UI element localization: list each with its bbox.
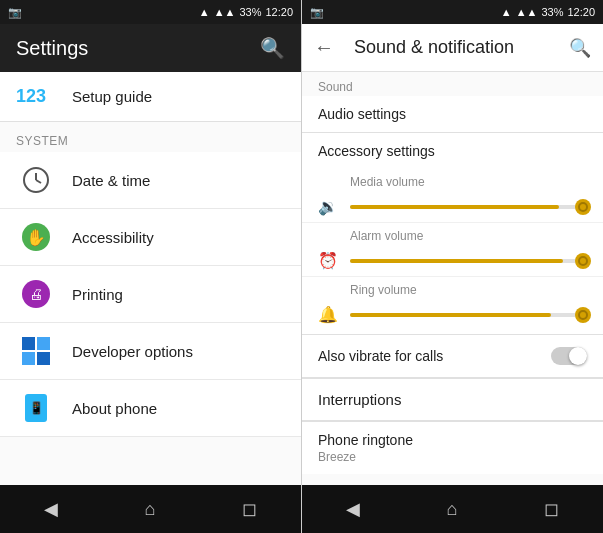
accessibility-label: Accessibility bbox=[72, 229, 154, 246]
left-status-icons: 📷 bbox=[8, 6, 22, 19]
menu-item-accessibility[interactable]: ✋ Accessibility bbox=[0, 209, 301, 266]
setup-guide-item[interactable]: 123 Setup guide bbox=[0, 72, 301, 122]
back-button[interactable]: ← bbox=[314, 36, 334, 59]
battery-text: 33% bbox=[239, 6, 261, 18]
ring-volume-icon: 🔔 bbox=[318, 305, 342, 324]
alarm-volume-slider[interactable] bbox=[350, 259, 587, 263]
alarm-volume-thumb[interactable] bbox=[575, 253, 591, 269]
right-status-bar: 📷 ▲ ▲▲ 33% 12:20 bbox=[302, 0, 603, 24]
ring-volume-slider[interactable] bbox=[350, 313, 587, 317]
printing-icon: 🖨 bbox=[16, 280, 56, 308]
about-phone-label: About phone bbox=[72, 400, 157, 417]
accessory-settings-item[interactable]: Accessory settings bbox=[302, 132, 603, 169]
left-home-button[interactable]: ⌂ bbox=[145, 499, 156, 520]
left-panel: 📷 ▲ ▲▲ 33% 12:20 Settings 🔍 123 Setup gu… bbox=[0, 0, 301, 533]
right-battery-text: 33% bbox=[541, 6, 563, 18]
setup-guide-label: Setup guide bbox=[72, 88, 152, 105]
right-status-right: ▲ ▲▲ 33% 12:20 bbox=[501, 6, 595, 18]
signal-icon: ▲▲ bbox=[214, 6, 236, 18]
date-time-label: Date & time bbox=[72, 172, 150, 189]
left-bottom-nav: ◀ ⌂ ◻ bbox=[0, 485, 301, 533]
left-status-bar: 📷 ▲ ▲▲ 33% 12:20 bbox=[0, 0, 301, 24]
menu-item-printing[interactable]: 🖨 Printing bbox=[0, 266, 301, 323]
setup-guide-icon: 123 bbox=[16, 86, 56, 107]
sound-section-label: Sound bbox=[302, 72, 603, 96]
menu-item-developer[interactable]: Developer options bbox=[0, 323, 301, 380]
alarm-volume-icon: ⏰ bbox=[318, 251, 342, 270]
system-section-header: System bbox=[0, 122, 301, 152]
vibrate-toggle-row[interactable]: Also vibrate for calls bbox=[302, 334, 603, 378]
notification-icon: 📷 bbox=[8, 6, 22, 19]
left-recents-button[interactable]: ◻ bbox=[242, 498, 257, 520]
left-content: 123 Setup guide System Date & time ✋ Acc… bbox=[0, 72, 301, 485]
right-search-icon[interactable]: 🔍 bbox=[569, 37, 591, 59]
media-volume-thumb[interactable] bbox=[575, 199, 591, 215]
developer-icon bbox=[16, 337, 56, 365]
media-volume-label: Media volume bbox=[334, 171, 603, 191]
wifi-icon: ▲ bbox=[199, 6, 210, 18]
ring-volume-thumb[interactable] bbox=[575, 307, 591, 323]
right-status-icons: 📷 bbox=[310, 6, 324, 19]
media-volume-icon: 🔉 bbox=[318, 197, 342, 216]
time-left: 12:20 bbox=[265, 6, 293, 18]
right-panel: 📷 ▲ ▲▲ 33% 12:20 ← Sound & notification … bbox=[301, 0, 603, 533]
vibrate-toggle-switch[interactable] bbox=[551, 347, 587, 365]
right-time: 12:20 bbox=[567, 6, 595, 18]
right-bottom-nav: ◀ ⌂ ◻ bbox=[302, 485, 603, 533]
developer-label: Developer options bbox=[72, 343, 193, 360]
clock-icon bbox=[16, 166, 56, 194]
right-toolbar: ← Sound & notification 🔍 bbox=[302, 24, 603, 72]
svg-line-2 bbox=[36, 180, 41, 183]
right-recents-button[interactable]: ◻ bbox=[544, 498, 559, 520]
ring-volume-row[interactable]: 🔔 bbox=[302, 299, 603, 330]
vibrate-label: Also vibrate for calls bbox=[318, 348, 443, 364]
left-back-button[interactable]: ◀ bbox=[44, 498, 58, 520]
settings-title: Settings bbox=[16, 37, 88, 60]
media-volume-slider[interactable] bbox=[350, 205, 587, 209]
right-notif-icon: 📷 bbox=[310, 6, 324, 19]
accessibility-icon: ✋ bbox=[16, 223, 56, 251]
menu-item-about[interactable]: 📱 About phone bbox=[0, 380, 301, 437]
menu-item-date-time[interactable]: Date & time bbox=[0, 152, 301, 209]
right-back-button[interactable]: ◀ bbox=[346, 498, 360, 520]
ringtone-value: Breeze bbox=[318, 450, 587, 464]
alarm-volume-row[interactable]: ⏰ bbox=[302, 245, 603, 276]
left-search-icon[interactable]: 🔍 bbox=[260, 36, 285, 60]
sound-notification-title: Sound & notification bbox=[354, 37, 569, 58]
printing-label: Printing bbox=[72, 286, 123, 303]
left-status-right: ▲ ▲▲ 33% 12:20 bbox=[199, 6, 293, 18]
right-wifi-icon: ▲ bbox=[501, 6, 512, 18]
audio-settings-item[interactable]: Audio settings bbox=[302, 96, 603, 132]
ringtone-label: Phone ringtone bbox=[318, 432, 587, 448]
right-content: Sound Audio settings Accessory settings … bbox=[302, 72, 603, 485]
alarm-volume-label: Alarm volume bbox=[334, 225, 603, 245]
about-phone-icon: 📱 bbox=[16, 394, 56, 422]
media-volume-row[interactable]: 🔉 bbox=[302, 191, 603, 222]
ring-volume-label: Ring volume bbox=[334, 279, 603, 299]
ringtone-row[interactable]: Phone ringtone Breeze bbox=[302, 421, 603, 474]
right-signal-icon: ▲▲ bbox=[516, 6, 538, 18]
interruptions-item[interactable]: Interruptions bbox=[302, 378, 603, 421]
right-home-button[interactable]: ⌂ bbox=[447, 499, 458, 520]
left-toolbar: Settings 🔍 bbox=[0, 24, 301, 72]
